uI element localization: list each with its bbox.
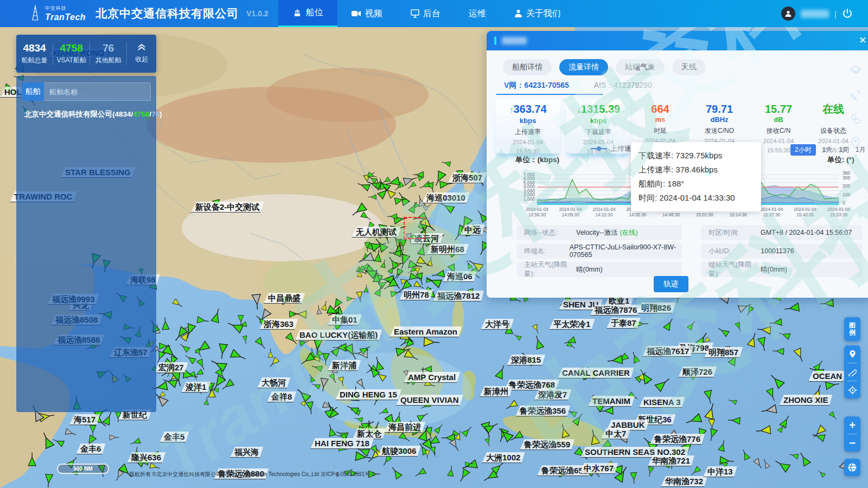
ship-label[interactable]: 新设备2-中交测试 xyxy=(191,202,264,213)
person-icon xyxy=(514,9,522,18)
range-1周[interactable]: 1周 xyxy=(839,145,849,155)
ship-label[interactable]: 浙海507 xyxy=(448,172,487,183)
ship-label[interactable]: 深港815 xyxy=(507,355,545,365)
pin-icon[interactable] xyxy=(844,345,860,363)
ship-label[interactable]: 福远渔7876 xyxy=(590,305,641,316)
ship-label[interactable]: 福兴海 xyxy=(230,447,263,458)
ship-label[interactable]: 平太荣冷1 xyxy=(549,319,595,330)
locate-icon[interactable] xyxy=(844,381,860,399)
info-value: 晴(0mm) xyxy=(761,265,787,274)
stat-other-value: 76 xyxy=(90,42,126,54)
selected-ship-box xyxy=(404,217,426,239)
nav-item-about[interactable]: 关于我们 xyxy=(500,0,575,27)
nav-label: 运维 xyxy=(469,8,486,20)
tab-流量详情[interactable]: 流量详情 xyxy=(559,59,608,75)
ship-label[interactable]: KISENA 3 xyxy=(639,397,685,408)
globe-icon[interactable] xyxy=(844,459,860,476)
ship-label[interactable]: 中太7 xyxy=(601,428,630,439)
search-type-button[interactable]: 船舶 xyxy=(22,82,44,101)
ship-label[interactable]: 无人机测试 xyxy=(352,227,401,237)
ship-label[interactable]: 福远渔7617 xyxy=(642,346,693,357)
tab-ais[interactable]: AIS：412379290 xyxy=(594,81,652,89)
ship-label[interactable]: 海517 xyxy=(69,414,100,425)
ship-label[interactable]: 宏润27 xyxy=(154,362,188,373)
ship-label[interactable]: 金丰5 xyxy=(159,432,189,442)
ship-label[interactable]: 新洋浦 xyxy=(328,360,361,371)
ship-label[interactable]: 福远渔7812 xyxy=(433,291,484,301)
ship-label[interactable]: 新漳州 xyxy=(480,386,513,397)
ship-label[interactable]: BAO LUCKY(运输船) xyxy=(295,330,382,341)
stat-vsat: 4758 VSAT船舶 xyxy=(53,42,90,65)
ruler-icon[interactable] xyxy=(844,363,860,381)
ship-label[interactable]: TEMANIM xyxy=(588,396,635,407)
ship-label[interactable]: 金祥8 xyxy=(267,391,296,402)
ship-label[interactable]: QUEEN VIVIAN xyxy=(396,395,463,406)
ship-label[interactable]: 中昌鼎盛 xyxy=(264,293,305,304)
app-logo[interactable]: 中交科技 TranTech xyxy=(28,5,86,22)
ship-label[interactable]: 华南渔732 xyxy=(661,476,707,487)
zoom-out-button[interactable]: − xyxy=(844,434,860,452)
ship-label[interactable]: 明翔826 xyxy=(637,303,675,313)
svg-text:14:22:30: 14:22:30 xyxy=(596,213,613,217)
ship-label[interactable]: 新太仓 xyxy=(353,428,386,439)
ship-label[interactable]: 海巡03010 xyxy=(422,192,470,203)
close-icon[interactable]: ✕ xyxy=(859,35,866,46)
ship-label[interactable]: 浚洋1 xyxy=(181,382,210,393)
nav-item-backend[interactable]: 后台 xyxy=(397,0,455,27)
ship-label[interactable]: 中集01 xyxy=(328,314,362,325)
ship-label[interactable]: 隆兴636 xyxy=(127,452,165,463)
info-小站ID: 小站ID:100011376 xyxy=(701,243,862,259)
tree-node-company[interactable]: 北京中交通信科技有限公司(4834/4758/76) xyxy=(22,110,151,119)
range-2小时[interactable]: 2小时 xyxy=(790,144,816,156)
ship-label[interactable]: 中水767 xyxy=(579,463,618,474)
svg-text:0: 0 xyxy=(843,200,845,206)
ship-label[interactable]: 顺泽726 xyxy=(678,367,717,377)
ship-label[interactable]: 浙海363 xyxy=(259,319,298,330)
nav-item-ops[interactable]: 运维 xyxy=(455,0,500,27)
ship-label[interactable]: 大畅河 xyxy=(257,377,290,388)
ship-label[interactable]: Eastern Amazon xyxy=(390,326,462,337)
collapse-button[interactable]: 收起 xyxy=(127,43,156,64)
info-label: 时区/时间: xyxy=(709,228,761,237)
ship-label[interactable]: 鲁荣远渔356 xyxy=(515,406,570,416)
ship-label[interactable]: 深港发7 xyxy=(534,389,571,400)
range-1天[interactable]: 1天 xyxy=(822,145,833,155)
user-avatar[interactable] xyxy=(781,7,795,21)
ship-label[interactable]: 华南渔721 xyxy=(648,455,694,466)
ship-label[interactable]: 海巡06 xyxy=(443,271,477,282)
nav-item-position[interactable]: 船位 xyxy=(278,0,337,27)
ship-label[interactable]: 海昌前进 xyxy=(384,422,425,433)
tab-vnet[interactable]: V网：64231-70565 xyxy=(504,81,569,89)
ship-label[interactable]: HAI FENG 718 xyxy=(310,438,374,449)
detail-panel-header: ✕ xyxy=(487,31,868,50)
nav-item-video[interactable]: 视频 xyxy=(337,0,397,27)
legend-button[interactable]: 图例 xyxy=(844,317,860,341)
ship-label[interactable]: DING HENG 15 xyxy=(335,389,401,400)
ship-label[interactable]: 金丰6 xyxy=(76,444,105,454)
tab-天线[interactable]: 天线 xyxy=(672,59,706,75)
ship-label[interactable]: 鲁荣远渔776 xyxy=(650,434,705,445)
info-label: 小站ID: xyxy=(709,247,761,256)
ship-label[interactable]: 航骏3006 xyxy=(378,446,420,457)
tab-站端气象[interactable]: 站端气象 xyxy=(616,59,665,75)
ship-label[interactable]: AMP Crystal xyxy=(404,372,460,383)
nav-label: 后台 xyxy=(423,8,441,20)
ship-label[interactable]: 明翔857 xyxy=(704,347,743,358)
ship-label[interactable]: 鲁荣远渔559 xyxy=(520,439,575,450)
tab-船舶详情[interactable]: 船舶详情 xyxy=(503,59,552,75)
track-button[interactable]: 轨迹 xyxy=(654,276,688,292)
ship-label[interactable]: 鲁荣远渔768 xyxy=(505,380,559,390)
ship-label[interactable]: 中洋13 xyxy=(703,466,737,477)
ship-label[interactable]: 新明州68 xyxy=(426,244,469,255)
ship-label[interactable]: 大洋号 xyxy=(481,319,514,330)
metric-label: 发送C/NO xyxy=(687,126,752,136)
ship-label[interactable]: ZHONG XIE xyxy=(779,395,833,406)
ship-label[interactable]: 明州78 xyxy=(399,290,433,300)
ship-label[interactable]: 大洲1002 xyxy=(482,452,525,463)
ship-label[interactable]: 于泰87 xyxy=(607,318,641,329)
zoom-in-button[interactable]: + xyxy=(844,416,860,434)
power-icon[interactable] xyxy=(842,8,853,19)
ship-search-input[interactable] xyxy=(44,82,151,101)
ship-label[interactable]: CANAL CARRIER xyxy=(558,368,634,378)
ship-label[interactable]: OCEAN xyxy=(808,371,846,382)
